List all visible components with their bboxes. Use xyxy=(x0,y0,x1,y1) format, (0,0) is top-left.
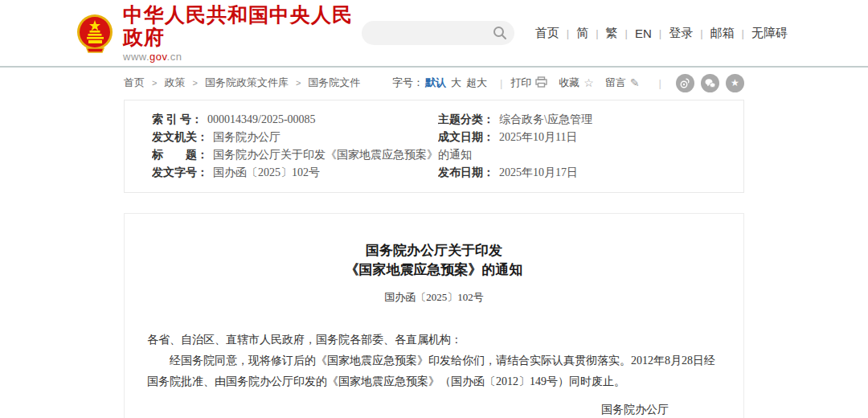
breadcrumb-separator: > xyxy=(152,78,157,88)
site-header: 中华人民共和国中央人民政府 www.gov.cn 首页| 简| 繁| EN| 登… xyxy=(0,0,868,68)
meta-date-written-value: 2025年10月11日 xyxy=(499,131,577,143)
nav-separator: | xyxy=(659,27,661,39)
nav-traditional[interactable]: 繁 xyxy=(606,26,618,41)
meta-agency-label: 发文机关： xyxy=(152,131,208,143)
breadcrumb-home[interactable]: 首页 xyxy=(124,76,145,90)
toolbar-separator: | xyxy=(659,77,661,89)
national-emblem-icon xyxy=(76,13,114,53)
breadcrumb-state-council-docs[interactable]: 国务院文件 xyxy=(308,76,360,90)
meta-date-published-label: 发布日期： xyxy=(438,166,494,178)
breadcrumb: 首页 > 政策 > 国务院政策文件库 > 国务院文件 xyxy=(124,76,360,90)
document-number: 国办函〔2025〕102号 xyxy=(147,287,721,308)
meta-doc-number-label: 发文字号： xyxy=(152,166,208,178)
site-title: 中华人民共和国中央人民政府 xyxy=(123,3,362,48)
signature-agency: 国务院办公厅 xyxy=(601,399,721,418)
star-share-icon[interactable]: ★ xyxy=(726,74,744,92)
pencil-icon: ✎ xyxy=(630,76,640,89)
document-title: 国务院办公厅关于印发 《国家地震应急预案》的通知 xyxy=(147,241,721,280)
comment-label: 留言 xyxy=(605,76,626,90)
meta-index-value: 000014349/2025-00085 xyxy=(207,113,316,125)
search-box[interactable] xyxy=(362,21,514,45)
document-body: 各省、自治区、直辖市人民政府，国务院各部委、各直属机构： 经国务院同意，现将修订… xyxy=(147,330,721,418)
document-title-line2: 《国家地震应急预案》的通知 xyxy=(147,260,721,280)
star-glyph: ★ xyxy=(731,78,739,88)
meta-agency-value: 国务院办公厅 xyxy=(213,131,280,143)
font-size-xlarge[interactable]: 超大 xyxy=(466,76,487,90)
nav-accessibility[interactable]: 无障碍 xyxy=(751,26,788,41)
meta-topic-value: 综合政务\应急管理 xyxy=(499,113,592,125)
document-title-line1: 国务院办公厅关于印发 xyxy=(147,241,721,260)
meta-title-value: 国务院办公厅关于印发《国家地震应急预案》的通知 xyxy=(213,149,472,161)
site-brand: 中华人民共和国中央人民政府 www.gov.cn xyxy=(123,3,362,63)
toolbar-separator: | xyxy=(500,77,502,89)
meta-doc-number: 发文字号：国办函〔2025〕102号 xyxy=(152,166,438,180)
page-tools: 字号： 默认 大 超大 | 打印 收藏 ☆ 留言 xyxy=(392,74,744,92)
meta-date-written: 成文日期：2025年10月11日 xyxy=(438,130,719,145)
meta-title: 标 题：国务院办公厅关于印发《国家地震应急预案》的通知 xyxy=(152,148,719,162)
document-paragraph: 经国务院同意，现将修订后的《国家地震应急预案》印发给你们，请结合实际认真贯彻落实… xyxy=(147,350,721,392)
wechat-share-icon[interactable] xyxy=(701,74,719,92)
document-metadata: 索 引 号：000014349/2025-00085 主题分类：综合政务\应急管… xyxy=(124,100,744,193)
top-nav: 首页| 简| 繁| EN| 登录| 邮箱| 无障碍 xyxy=(535,26,788,41)
breadcrumb-separator: > xyxy=(296,78,301,88)
star-outline-icon: ☆ xyxy=(583,76,594,89)
nav-separator: | xyxy=(625,27,628,39)
site-url: www.gov.cn xyxy=(123,51,362,63)
nav-separator: | xyxy=(700,27,702,39)
document-salutation: 各省、自治区、直辖市人民政府，国务院各部委、各直属机构： xyxy=(147,330,721,350)
font-size-default[interactable]: 默认 xyxy=(425,76,446,90)
gov-portal-page: 中华人民共和国中央人民政府 www.gov.cn 首页| 简| 繁| EN| 登… xyxy=(0,0,868,418)
meta-index: 索 引 号：000014349/2025-00085 xyxy=(152,113,438,127)
subheader: 首页 > 政策 > 国务院政策文件库 > 国务院文件 字号： 默认 大 超大 |… xyxy=(124,68,744,98)
weibo-share-icon[interactable] xyxy=(676,74,694,92)
font-size-large[interactable]: 大 xyxy=(451,76,461,90)
nav-separator: | xyxy=(596,27,598,39)
nav-simplified[interactable]: 简 xyxy=(576,26,588,41)
print-button[interactable]: 打印 xyxy=(510,76,547,90)
meta-agency: 发文机关：国务院办公厅 xyxy=(152,130,438,145)
meta-title-label: 标 题： xyxy=(152,149,208,161)
meta-topic: 主题分类：综合政务\应急管理 xyxy=(438,113,719,127)
print-label: 打印 xyxy=(510,76,531,90)
meta-index-label: 索 引 号： xyxy=(152,113,203,125)
meta-doc-number-value: 国办函〔2025〕102号 xyxy=(213,166,320,178)
nav-separator: | xyxy=(567,27,569,39)
printer-icon xyxy=(535,76,547,90)
meta-date-written-label: 成文日期： xyxy=(438,131,494,143)
search-icon[interactable] xyxy=(493,26,507,43)
nav-login[interactable]: 登录 xyxy=(669,26,693,41)
breadcrumb-separator: > xyxy=(192,78,197,88)
search-input[interactable] xyxy=(362,21,490,45)
meta-date-published-value: 2025年10月17日 xyxy=(499,166,578,178)
breadcrumb-policy[interactable]: 政策 xyxy=(164,76,185,90)
favorite-label: 收藏 xyxy=(559,76,579,90)
meta-topic-label: 主题分类： xyxy=(438,113,494,125)
document-content: 国务院办公厅关于印发 《国家地震应急预案》的通知 国办函〔2025〕102号 各… xyxy=(124,213,744,418)
font-size-label: 字号： xyxy=(392,76,424,90)
breadcrumb-policy-library[interactable]: 国务院政策文件库 xyxy=(205,76,289,90)
signature-block: 国务院办公厅 2025年10月11日 xyxy=(601,399,721,418)
nav-mailbox[interactable]: 邮箱 xyxy=(710,26,735,41)
meta-date-published: 发布日期：2025年10月17日 xyxy=(438,166,719,180)
comment-button[interactable]: 留言 ✎ xyxy=(605,76,640,90)
nav-english[interactable]: EN xyxy=(635,27,652,40)
nav-home[interactable]: 首页 xyxy=(535,26,559,41)
favorite-button[interactable]: 收藏 ☆ xyxy=(559,76,594,90)
nav-separator: | xyxy=(742,27,744,39)
